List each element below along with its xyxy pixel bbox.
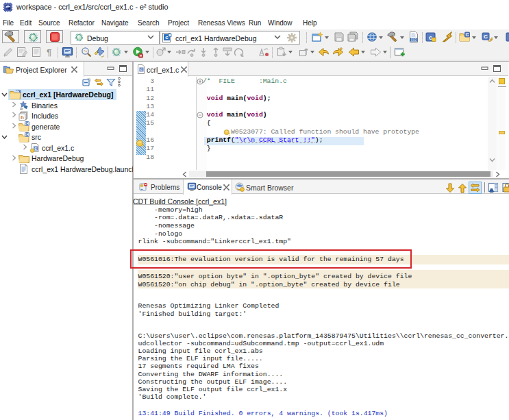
svg-text:C: C <box>26 132 29 136</box>
svg-text:h: h <box>21 114 24 121</box>
svg-text:c: c <box>165 34 169 40</box>
svg-text:S: S <box>19 90 21 94</box>
svg-text:010: 010 <box>411 38 417 42</box>
svg-text:c: c <box>34 146 37 151</box>
svg-text:C: C <box>484 34 488 40</box>
svg-text:C: C <box>26 121 29 125</box>
svg-text:c: c <box>140 67 143 72</box>
svg-text:C: C <box>466 32 469 37</box>
